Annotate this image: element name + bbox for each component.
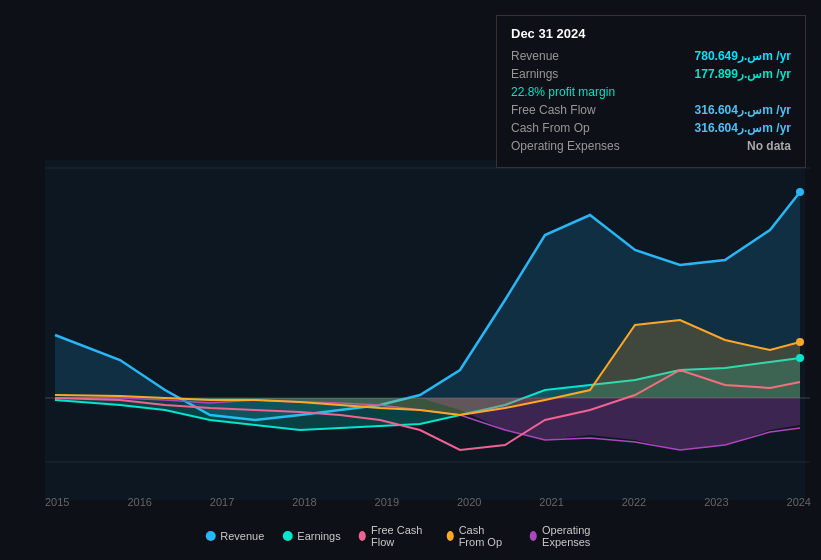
tooltip-label-earnings: Earnings bbox=[511, 67, 558, 81]
x-label-2019: 2019 bbox=[375, 496, 399, 508]
legend-label-revenue: Revenue bbox=[220, 530, 264, 542]
chart-container: Dec 31 2024 Revenue س.ر780.649m /yr Earn… bbox=[0, 0, 821, 560]
tooltip-row-opex: Operating Expenses No data bbox=[511, 139, 791, 153]
tooltip-label-cashop: Cash From Op bbox=[511, 121, 590, 135]
tooltip-value-revenue: س.ر780.649m /yr bbox=[695, 49, 791, 63]
x-label-2024: 2024 bbox=[787, 496, 811, 508]
x-label-2018: 2018 bbox=[292, 496, 316, 508]
legend-label-fcf: Free Cash Flow bbox=[371, 524, 428, 548]
tooltip-label-fcf: Free Cash Flow bbox=[511, 103, 596, 117]
legend-item-earnings[interactable]: Earnings bbox=[282, 530, 340, 542]
x-axis-labels: 2015 2016 2017 2018 2019 2020 2021 2022 … bbox=[45, 496, 811, 508]
profit-margin-text: 22.8% profit margin bbox=[511, 85, 791, 99]
svg-point-7 bbox=[796, 354, 804, 362]
chart-legend: Revenue Earnings Free Cash Flow Cash Fro… bbox=[205, 524, 616, 548]
tooltip-row-revenue: Revenue س.ر780.649m /yr bbox=[511, 49, 791, 63]
tooltip-value-cashop: س.ر316.604m /yr bbox=[695, 121, 791, 135]
legend-item-opex[interactable]: Operating Expenses bbox=[530, 524, 616, 548]
tooltip-value-opex: No data bbox=[747, 139, 791, 153]
tooltip-date: Dec 31 2024 bbox=[511, 26, 791, 41]
legend-dot-fcf bbox=[359, 531, 366, 541]
legend-item-revenue[interactable]: Revenue bbox=[205, 530, 264, 542]
svg-point-6 bbox=[796, 338, 804, 346]
legend-item-fcf[interactable]: Free Cash Flow bbox=[359, 524, 429, 548]
legend-label-opex: Operating Expenses bbox=[542, 524, 616, 548]
tooltip-row-cashop: Cash From Op س.ر316.604m /yr bbox=[511, 121, 791, 135]
tooltip-label-opex: Operating Expenses bbox=[511, 139, 620, 153]
x-label-2017: 2017 bbox=[210, 496, 234, 508]
x-label-2015: 2015 bbox=[45, 496, 69, 508]
legend-dot-cashop bbox=[446, 531, 453, 541]
legend-dot-opex bbox=[530, 531, 537, 541]
tooltip-label-revenue: Revenue bbox=[511, 49, 559, 63]
svg-point-5 bbox=[796, 188, 804, 196]
tooltip-value-fcf: س.ر316.604m /yr bbox=[695, 103, 791, 117]
x-label-2021: 2021 bbox=[539, 496, 563, 508]
legend-dot-revenue bbox=[205, 531, 215, 541]
legend-dot-earnings bbox=[282, 531, 292, 541]
x-label-2023: 2023 bbox=[704, 496, 728, 508]
x-label-2020: 2020 bbox=[457, 496, 481, 508]
tooltip-row-fcf: Free Cash Flow س.ر316.604m /yr bbox=[511, 103, 791, 117]
x-label-2022: 2022 bbox=[622, 496, 646, 508]
legend-label-earnings: Earnings bbox=[297, 530, 340, 542]
tooltip-row-earnings: Earnings س.ر177.899m /yr bbox=[511, 67, 791, 81]
tooltip-box: Dec 31 2024 Revenue س.ر780.649m /yr Earn… bbox=[496, 15, 806, 168]
legend-item-cashop[interactable]: Cash From Op bbox=[446, 524, 511, 548]
tooltip-value-earnings: س.ر177.899m /yr bbox=[695, 67, 791, 81]
x-label-2016: 2016 bbox=[127, 496, 151, 508]
legend-label-cashop: Cash From Op bbox=[459, 524, 512, 548]
